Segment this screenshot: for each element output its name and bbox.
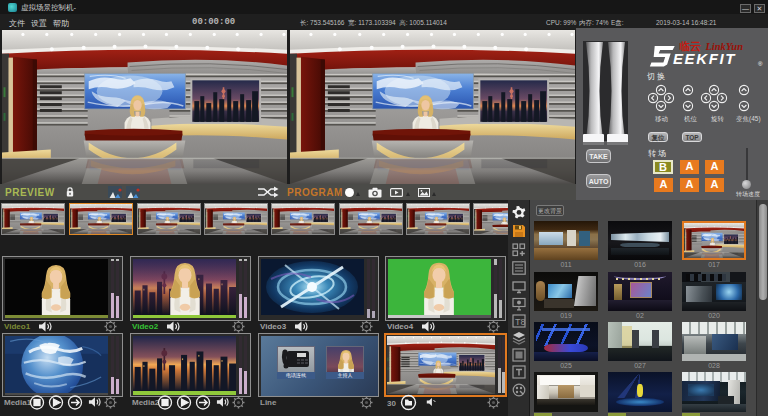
svg-text:EEKFIT: EEKFIT [673, 50, 736, 67]
svg-text:T8: T8 [515, 317, 526, 327]
svg-text:®: ® [758, 61, 763, 67]
